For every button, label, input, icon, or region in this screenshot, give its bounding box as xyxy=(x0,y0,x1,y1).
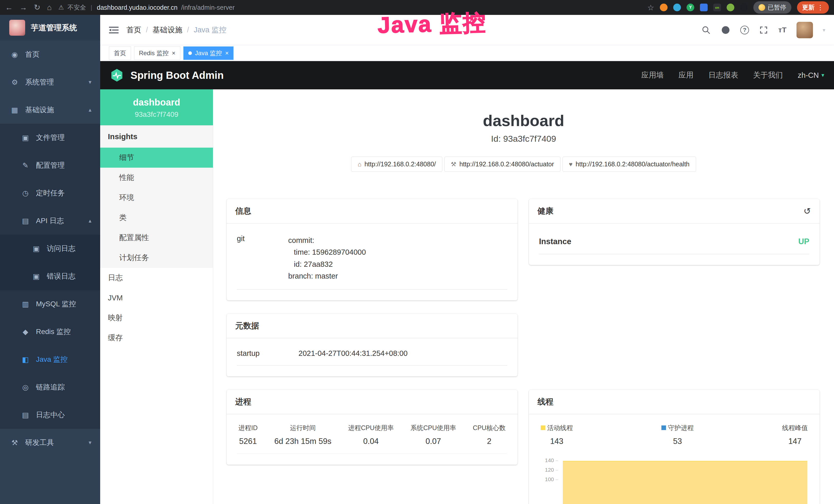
sidebar-item-dev-tools[interactable]: ⚒ 研发工具 ▾ xyxy=(0,429,100,457)
search-icon[interactable] xyxy=(701,25,711,35)
font-size-icon[interactable]: тT xyxy=(778,26,787,34)
browser-reload-button[interactable]: ↻ xyxy=(34,4,40,11)
threads-card: 线程 活动线程 143 xyxy=(529,390,820,504)
health-url-button[interactable]: ♥ http://192.168.0.2:48080/actuator/heal… xyxy=(563,157,696,172)
security-label[interactable]: 不安全 xyxy=(68,3,86,12)
sidebar-item-scheduled-tasks[interactable]: ◷ 定时任务 xyxy=(0,179,100,207)
sidebar-item-system-mgmt[interactable]: ⚙ 系统管理 ▾ xyxy=(0,68,100,96)
sidebar-item-api-logs[interactable]: ▤ API 日志 ▴ xyxy=(0,207,100,235)
sidebar-item-infrastructure[interactable]: ▦ 基础设施 ▴ xyxy=(0,96,100,124)
url-domain[interactable]: dashboard.yudao.iocoder.cn xyxy=(97,4,177,11)
sidebar-item-error-logs[interactable]: ▣ 错误日志 xyxy=(0,262,100,290)
fullscreen-icon[interactable] xyxy=(759,25,768,35)
sidebar-item-log-center[interactable]: ▤ 日志中心 xyxy=(0,401,100,429)
tab-label: Java 监控 xyxy=(195,49,222,57)
breadcrumb-infrastructure[interactable]: 基础设施 xyxy=(153,25,182,35)
sidebar-item-label: 配置管理 xyxy=(36,160,65,170)
sba-menu-caches[interactable]: 缓存 xyxy=(100,328,213,348)
process-stat-system-cpu: 系统CPU使用率 0.07 xyxy=(411,423,456,446)
sidebar-item-redis-monitor[interactable]: ◆ Redis 监控 xyxy=(0,318,100,346)
sidebar-item-java-monitor[interactable]: ◧ Java 监控 xyxy=(0,346,100,373)
extension-icon-6[interactable] xyxy=(727,4,734,11)
stat-label: 进程CPU使用率 xyxy=(348,423,394,432)
extension-icon-3[interactable]: Y xyxy=(686,4,694,11)
tab-java-monitor[interactable]: Java 监控 × xyxy=(183,46,234,60)
omnibox-divider: | xyxy=(90,4,93,11)
sba-menu-config-props[interactable]: 配置属性 xyxy=(100,228,213,248)
help-icon[interactable]: ? xyxy=(740,26,749,35)
doc-icon: ▣ xyxy=(32,272,41,281)
page-title: dashboard xyxy=(213,111,834,130)
app-title: 芋道管理系统 xyxy=(31,23,77,33)
dashboard-icon: ◉ xyxy=(10,50,19,59)
instance-header[interactable]: dashboard 93a3fc7f7409 xyxy=(100,89,213,125)
git-time-line: time: 1596289704000 xyxy=(288,246,366,258)
close-icon[interactable]: × xyxy=(172,50,175,56)
sba-menu-insights[interactable]: Insights xyxy=(100,125,213,147)
sba-menu-details[interactable]: 细节 xyxy=(100,147,213,168)
extension-icon-5[interactable]: on xyxy=(713,4,721,11)
sidebar-item-mysql-monitor[interactable]: ▥ MySQL 监控 xyxy=(0,290,100,318)
sidebar-item-home[interactable]: ◉ 首页 xyxy=(0,41,100,68)
actuator-url-button[interactable]: ⚒ http://192.168.0.2:48080/actuator xyxy=(444,157,561,172)
sidebar-item-label: Redis 监控 xyxy=(36,327,71,337)
sba-brand[interactable]: Spring Boot Admin xyxy=(130,70,224,81)
sba-menu-metrics[interactable]: 性能 xyxy=(100,168,213,188)
sba-menu-scheduled-tasks[interactable]: 计划任务 xyxy=(100,248,213,268)
browser-home-button[interactable]: ⌂ xyxy=(47,4,52,11)
sidebar-item-config-mgmt[interactable]: ✎ 配置管理 xyxy=(0,152,100,179)
sba-nav-applications[interactable]: 应用 xyxy=(679,70,694,81)
app-logo-row[interactable]: 芋道管理系统 xyxy=(0,15,100,41)
url-path[interactable]: /infra/admin-server xyxy=(181,4,235,11)
browser-back-button[interactable]: ← xyxy=(5,4,13,11)
sba-nav-journal[interactable]: 日志报表 xyxy=(708,70,738,81)
locale-select[interactable]: zh-CN ▾ xyxy=(798,71,824,79)
extension-icon-2[interactable] xyxy=(673,4,681,11)
tab-redis-monitor[interactable]: Redis 监控 × xyxy=(134,46,180,60)
avatar[interactable] xyxy=(796,22,813,38)
info-git-row: git commit: time: 1596289704000 id: 27aa… xyxy=(237,231,507,290)
log-icon: ▤ xyxy=(21,411,30,419)
instance-name: dashboard xyxy=(100,97,213,108)
chrome-update-button[interactable]: 更新 ⋮ xyxy=(797,1,829,14)
emoji-face-icon xyxy=(759,4,765,11)
sidebar-item-file-mgmt[interactable]: ▣ 文件管理 xyxy=(0,124,100,152)
sba-menu-logs[interactable]: 日志 xyxy=(100,268,213,288)
close-icon[interactable]: × xyxy=(225,50,228,56)
gear-icon: ⚙ xyxy=(10,78,19,87)
metadata-card: 元数据 startup 2021-04-27T00:44:31.254+08:0… xyxy=(226,314,518,376)
tab-home[interactable]: 首页 xyxy=(109,46,131,60)
history-icon[interactable]: ↺ xyxy=(804,206,811,216)
avatar-caret-icon[interactable]: ▾ xyxy=(823,27,825,33)
extension-icon-4[interactable] xyxy=(700,4,708,11)
sidebar-item-access-logs[interactable]: ▣ 访问日志 xyxy=(0,235,100,262)
y-tick-120: 120 xyxy=(539,467,558,473)
actuator-url: http://192.168.0.2:48080/actuator xyxy=(460,160,554,168)
app-logo xyxy=(9,20,25,36)
edit-icon: ✎ xyxy=(21,161,30,170)
sba-menu-jvm[interactable]: JVM xyxy=(100,288,213,308)
breadcrumb-home[interactable]: 首页 xyxy=(126,25,141,35)
trace-icon: ◎ xyxy=(21,383,30,392)
metadata-startup-row: startup 2021-04-27T00:44:31.254+08:00 xyxy=(237,346,507,366)
info-key: git xyxy=(237,234,288,282)
sba-menu-environment[interactable]: 环境 xyxy=(100,188,213,208)
address-bar[interactable]: ⚠ 不安全 | dashboard.yudao.iocoder.cn/infra… xyxy=(58,3,235,12)
legend-value: 53 xyxy=(661,437,694,446)
bookmark-star-icon[interactable]: ☆ xyxy=(647,3,654,12)
sba-nav-about[interactable]: 关于我们 xyxy=(753,70,783,81)
sidebar-item-label: API 日志 xyxy=(36,216,64,226)
sba-nav-wallboard[interactable]: 应用墙 xyxy=(641,70,664,81)
extension-icon-1[interactable] xyxy=(660,4,667,11)
browser-forward-button[interactable]: → xyxy=(20,4,27,11)
paused-extension-badge[interactable]: 已暂停 xyxy=(753,1,791,14)
sba-menu-classes[interactable]: 类 xyxy=(100,208,213,228)
service-url-button[interactable]: ⌂ http://192.168.0.2:48080/ xyxy=(351,157,442,172)
extension-icon-7[interactable] xyxy=(740,4,748,11)
browser-menu-kebab-icon[interactable]: ⋮ xyxy=(817,4,824,12)
github-icon[interactable] xyxy=(721,25,730,35)
hamburger-menu-icon[interactable] xyxy=(109,25,119,35)
sba-menu-mappings[interactable]: 映射 xyxy=(100,308,213,328)
process-stats-row: 进程ID 5261 运行时间 6d 23h 15m 59s 进程CPU使用率 xyxy=(237,421,507,454)
sidebar-item-tracing[interactable]: ◎ 链路追踪 xyxy=(0,373,100,401)
